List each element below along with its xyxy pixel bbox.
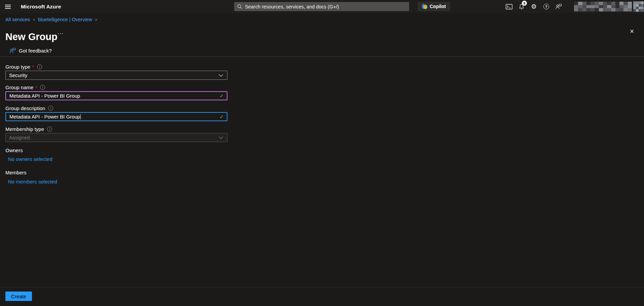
notification-count-badge: 9	[522, 1, 527, 6]
avatar[interactable]	[633, 1, 644, 12]
command-bar: Got feedback?	[0, 47, 644, 57]
group-type-value: Security	[9, 72, 27, 78]
feedback-person-icon	[9, 48, 16, 54]
cloud-shell-icon	[506, 4, 512, 9]
membership-type-label-row: Membership type i	[5, 126, 227, 132]
valid-check-icon: ✓	[219, 93, 224, 99]
settings-button[interactable]: ⚙	[528, 0, 540, 13]
group-name-value: Metadata API - Power BI Group	[9, 93, 80, 99]
group-description-label-row: Group description i	[5, 105, 227, 111]
group-type-label: Group type	[5, 64, 30, 70]
feedback-person-icon	[556, 4, 562, 9]
page-title: New Group	[5, 31, 58, 42]
required-asterisk: *	[35, 84, 37, 90]
no-owners-selected-link[interactable]: No owners selected	[8, 156, 52, 162]
new-group-form: Group type * i Security Group name * i M…	[5, 64, 227, 185]
group-name-input[interactable]: Metadata API - Power BI Group ✓	[5, 91, 227, 100]
chevron-down-icon	[218, 136, 223, 139]
group-description-value: Metadata API - Power BI Group	[9, 114, 80, 120]
got-feedback-button[interactable]: Got feedback?	[7, 47, 54, 54]
copilot-label: Copilot	[430, 4, 446, 9]
group-name-label: Group name	[5, 84, 33, 90]
gear-icon: ⚙	[531, 3, 537, 10]
valid-check-icon: ✓	[219, 114, 224, 120]
owners-label: Owners	[5, 147, 227, 153]
account-redacted[interactable]	[574, 2, 632, 11]
info-icon[interactable]: i	[48, 106, 53, 111]
copilot-button[interactable]: Copilot	[418, 2, 450, 11]
required-asterisk: *	[32, 64, 34, 70]
members-label: Members	[5, 169, 227, 175]
membership-type-select: Assigned	[5, 133, 227, 142]
chevron-right-icon: >	[92, 17, 100, 22]
membership-type-value: Assigned	[9, 135, 30, 140]
group-description-input[interactable]: Metadata API - Power BI Group ✓	[5, 112, 227, 121]
membership-type-label: Membership type	[5, 126, 44, 132]
got-feedback-label: Got feedback?	[19, 48, 52, 54]
panel-footer: Create	[0, 287, 644, 306]
group-type-select[interactable]: Security	[5, 71, 227, 80]
info-icon[interactable]: i	[40, 85, 45, 90]
chevron-right-icon: >	[30, 17, 38, 22]
azure-portal-window: Microsoft Azure Copilot	[0, 0, 644, 306]
cloud-shell-button[interactable]	[503, 0, 515, 13]
feedback-button[interactable]	[552, 0, 565, 13]
group-description-label: Group description	[5, 105, 45, 111]
top-bar: Microsoft Azure Copilot	[0, 0, 644, 13]
search-icon	[237, 4, 242, 9]
copilot-icon	[422, 4, 427, 9]
topbar-icon-group: 9 ⚙ ?	[503, 0, 565, 13]
search-input[interactable]	[234, 2, 409, 11]
help-button[interactable]: ?	[540, 0, 552, 13]
global-search	[234, 2, 409, 11]
help-icon: ?	[543, 4, 549, 9]
text-cursor	[80, 114, 81, 120]
no-members-selected-link[interactable]: No members selected	[8, 179, 57, 184]
more-options-icon[interactable]: …	[55, 28, 66, 35]
hamburger-menu-icon[interactable]	[0, 0, 15, 13]
group-type-label-row: Group type * i	[5, 64, 227, 70]
info-icon[interactable]: i	[37, 64, 42, 69]
chevron-down-icon	[218, 74, 223, 77]
breadcrumb-bluetelligence-overview[interactable]: bluetelligence | Overview	[38, 17, 92, 22]
info-icon[interactable]: i	[47, 127, 52, 132]
close-icon[interactable]: ✕	[627, 26, 637, 36]
product-title[interactable]: Microsoft Azure	[21, 0, 61, 13]
breadcrumb-all-services[interactable]: All services	[5, 17, 30, 22]
notifications-button[interactable]: 9	[515, 0, 528, 13]
group-name-label-row: Group name * i	[5, 84, 227, 90]
breadcrumb: All services > bluetelligence | Overview…	[5, 17, 100, 22]
create-button[interactable]: Create	[5, 292, 32, 301]
